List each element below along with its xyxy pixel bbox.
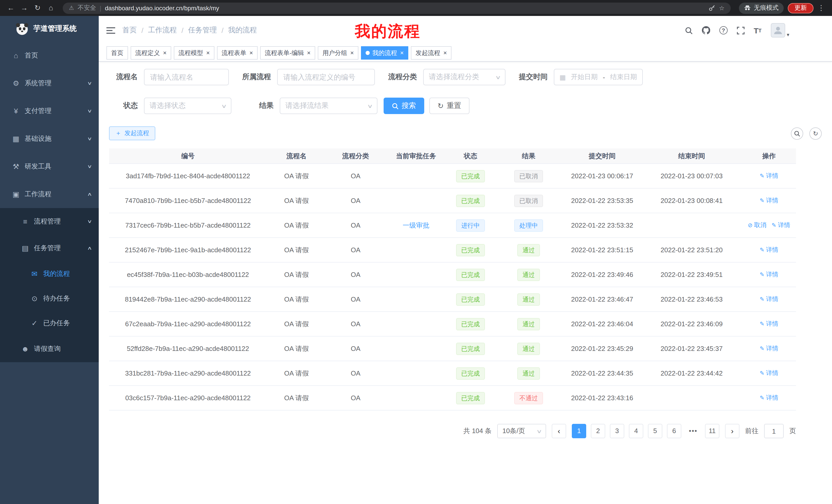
tab-user-group[interactable]: 用户分组×: [318, 46, 358, 60]
tab-process-form-edit[interactable]: 流程表单-编辑×: [260, 46, 315, 60]
cell-category: OA: [326, 369, 385, 377]
help-icon[interactable]: ?: [719, 26, 727, 34]
sidebar-item-task-mgmt[interactable]: ▤任务管理∧: [0, 235, 99, 261]
hamburger-icon[interactable]: [106, 26, 115, 35]
category-select[interactable]: 请选择流程分类 ∨: [423, 69, 505, 85]
sidebar-item-system[interactable]: ⚙系统管理∨: [0, 69, 99, 97]
search-button[interactable]: 搜索: [384, 97, 424, 114]
detail-link[interactable]: ✎详情: [772, 221, 790, 230]
back-icon[interactable]: ←: [5, 0, 17, 16]
address-bar[interactable]: ⚠ 不安全 | dashboard.yudao.iocoder.cn/bpm/t…: [63, 2, 731, 13]
detail-icon: ✎: [772, 222, 776, 229]
detail-link[interactable]: ✎详情: [760, 246, 778, 254]
tab-home[interactable]: 首页: [106, 46, 128, 60]
breadcrumb-item[interactable]: 任务管理: [188, 26, 217, 35]
page-button-2[interactable]: 2: [591, 424, 605, 438]
page-size-select[interactable]: 10条/页 ∨: [497, 424, 546, 438]
breadcrumb-item[interactable]: 工作流程: [148, 26, 177, 35]
close-icon[interactable]: ×: [206, 49, 210, 57]
date-range-picker[interactable]: ▦ 开始日期 - 结束日期: [554, 69, 643, 85]
close-icon[interactable]: ×: [163, 49, 166, 57]
column-header-6: 提交时间: [563, 151, 641, 161]
warning-icon: ⚠: [69, 5, 74, 11]
process-name-input[interactable]: [144, 69, 229, 85]
detail-link[interactable]: ✎详情: [760, 196, 778, 205]
sidebar-item-leave-query[interactable]: ☻请假查询: [0, 335, 99, 362]
close-icon[interactable]: ×: [250, 49, 253, 57]
password-key-icon[interactable]: [709, 5, 715, 11]
tab-process-model[interactable]: 流程模型×: [174, 46, 214, 60]
tab-process-definition[interactable]: 流程定义×: [131, 46, 171, 60]
detail-link[interactable]: ✎详情: [760, 394, 778, 402]
detail-icon: ✎: [760, 271, 764, 278]
prev-page-button[interactable]: ‹: [552, 424, 566, 438]
cell-actions: ✎详情: [742, 295, 796, 304]
url-text[interactable]: dashboard.yudao.iocoder.cn/bpm/task/my: [105, 4, 219, 11]
sidebar-item-todo-tasks[interactable]: ⊙待办任务: [0, 286, 99, 311]
sidebar-item-payment[interactable]: ¥支付管理∨: [0, 97, 99, 125]
reset-button[interactable]: ↻ 重置: [430, 97, 469, 114]
column-header-4: 状态: [447, 151, 494, 161]
show-search-button[interactable]: [791, 127, 803, 139]
browser-menu-icon[interactable]: ⋮: [815, 0, 827, 16]
sidebar-item-devtools[interactable]: ⚒研发工具∨: [0, 152, 99, 180]
sidebar-item-home[interactable]: ⌂首页: [0, 41, 99, 69]
tab-start-process[interactable]: 发起流程×: [411, 46, 451, 60]
sidebar-item-infra[interactable]: ▦基础设施∨: [0, 125, 99, 152]
fullscreen-icon[interactable]: [737, 26, 744, 34]
detail-link[interactable]: ✎详情: [760, 319, 778, 328]
refresh-table-button[interactable]: ↻: [809, 127, 822, 139]
search-icon[interactable]: [685, 26, 693, 34]
breadcrumb-item[interactable]: 首页: [122, 26, 137, 35]
page-button-1[interactable]: 1: [572, 424, 586, 438]
result-label: 结果: [238, 101, 274, 110]
result-select[interactable]: 请选择流结果 ∨: [280, 97, 378, 114]
start-date-placeholder[interactable]: 开始日期: [571, 73, 598, 82]
security-label[interactable]: 不安全: [78, 4, 96, 12]
sidebar-logo[interactable]: 芋道管理系统: [0, 16, 99, 41]
close-icon[interactable]: ×: [307, 49, 311, 57]
sidebar-item-process-mgmt[interactable]: ≡流程管理∨: [0, 208, 99, 235]
close-icon[interactable]: ×: [350, 49, 354, 57]
page-button-6[interactable]: 6: [667, 424, 681, 438]
create-process-button[interactable]: ＋ 发起流程: [109, 127, 155, 140]
page-button-4[interactable]: 4: [629, 424, 643, 438]
forward-icon[interactable]: →: [19, 0, 30, 16]
detail-link[interactable]: ✎详情: [760, 270, 778, 279]
more-pages-button[interactable]: •••: [686, 424, 700, 438]
tab-process-form[interactable]: 流程表单×: [217, 46, 258, 60]
user-menu[interactable]: ▾: [771, 23, 789, 37]
cell-id: 7317cec6-7b9b-11ec-b5b7-acde48001122: [109, 221, 267, 229]
cell-result: 不通过: [494, 392, 563, 404]
incognito-label: 无痕模式: [754, 4, 779, 12]
github-icon[interactable]: [702, 26, 710, 34]
detail-link[interactable]: ✎详情: [760, 172, 778, 180]
task-link[interactable]: 一级审批: [402, 221, 430, 229]
sidebar-item-my-process[interactable]: ✉我的流程: [0, 261, 99, 286]
browser-home-icon[interactable]: ⌂: [45, 0, 57, 16]
detail-link[interactable]: ✎详情: [760, 369, 778, 377]
navbar-actions: ? TT ▾: [685, 16, 789, 45]
font-size-icon[interactable]: TT: [754, 26, 761, 35]
tab-my-process[interactable]: 我的流程×: [361, 46, 408, 60]
update-button[interactable]: 更新: [788, 3, 813, 13]
cancel-link[interactable]: ⊘取消: [748, 221, 766, 230]
bookmark-star-icon[interactable]: ☆: [719, 4, 725, 11]
page-button-11[interactable]: 11: [705, 424, 719, 438]
sidebar-item-done-tasks[interactable]: ✓已办任务: [0, 311, 99, 335]
page-button-3[interactable]: 3: [610, 424, 624, 438]
status-select[interactable]: 请选择状态 ∨: [144, 97, 231, 114]
process-definition-input[interactable]: [277, 69, 375, 85]
goto-page-input[interactable]: [764, 424, 784, 438]
detail-link[interactable]: ✎详情: [760, 295, 778, 304]
end-date-placeholder[interactable]: 结束日期: [610, 73, 637, 82]
chevron-down-icon: ∨: [87, 219, 93, 224]
page-button-5[interactable]: 5: [648, 424, 662, 438]
sidebar-item-workflow[interactable]: ▣工作流程∧: [0, 180, 99, 208]
reload-icon[interactable]: ↻: [32, 0, 43, 16]
sidebar: 芋道管理系统 ⌂首页⚙系统管理∨¥支付管理∨▦基础设施∨⚒研发工具∨▣工作流程∧…: [0, 16, 99, 504]
detail-link[interactable]: ✎详情: [760, 344, 778, 353]
close-icon[interactable]: ×: [443, 49, 447, 57]
close-icon[interactable]: ×: [400, 49, 404, 57]
next-page-button[interactable]: ›: [725, 424, 739, 438]
